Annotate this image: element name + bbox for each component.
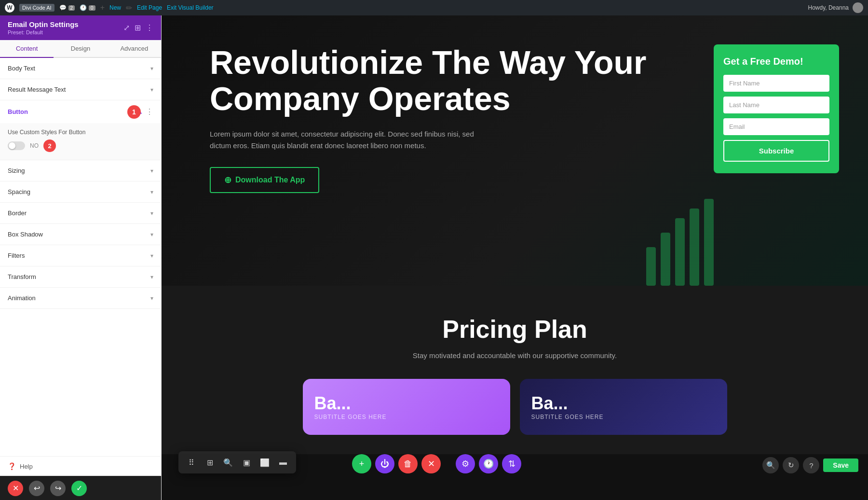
pricing-card-0[interactable]: Ba... SUBTITLE GOES HERE (303, 379, 510, 435)
help-icon: ❓ (8, 462, 16, 470)
sidebar-bottom-bar: ✕ ↩ ↪ ✓ (0, 476, 161, 500)
spacing-label: Spacing (8, 188, 30, 195)
hero-section: Revolutionize The Way Your Company Opera… (162, 15, 868, 286)
comments-item[interactable]: 💬 2 (59, 4, 75, 11)
svg-rect-1 (661, 233, 670, 286)
button-section-header[interactable]: Button 1 ▴ ⋮ (0, 100, 161, 123)
toolbar-grid[interactable]: ⊞ (202, 454, 218, 471)
section-filters[interactable]: Filters ▾ (0, 245, 161, 266)
sizing-label: Sizing (8, 167, 25, 174)
search-canvas-button[interactable]: 🔍 (762, 457, 779, 473)
section-spacing[interactable]: Spacing ▾ (0, 181, 161, 203)
close-button[interactable]: ✕ (8, 481, 23, 496)
help-label: Help (20, 463, 33, 470)
columns-icon[interactable]: ⊞ (135, 23, 141, 32)
tab-content[interactable]: Content (0, 40, 54, 58)
more-icon[interactable]: ⋮ (146, 23, 153, 32)
redo-button[interactable]: ↪ (50, 481, 66, 496)
section-border[interactable]: Border ▾ (0, 203, 161, 224)
revisions-item[interactable]: 🕐 0 (80, 4, 95, 11)
sidebar-tabs: Content Design Advanced (0, 40, 161, 58)
button-section-icons: 1 ▴ ⋮ (139, 107, 153, 116)
arrows-button-2[interactable]: ⇅ (502, 454, 521, 473)
sidebar-header-icons: ⤢ ⊞ ⋮ (123, 23, 153, 32)
history-icon: 🕐 (80, 4, 87, 11)
sidebar-header-text: Email Optin Settings Preset: Default (8, 20, 79, 35)
help-canvas-button[interactable]: ? (803, 457, 819, 473)
pricing-cards: Ba... SUBTITLE GOES HERE Ba... SUBTITLE … (200, 379, 829, 435)
top-bar-left: W Divi Code AI 💬 2 🕐 0 + New ✏ Edit Page… (5, 3, 214, 13)
toolbar-search[interactable]: 🔍 (220, 454, 236, 471)
custom-styles-toggle[interactable] (8, 141, 25, 150)
divi-logo: Divi Code AI (19, 4, 54, 12)
close-float-button[interactable]: ✕ (421, 454, 441, 473)
last-name-input[interactable] (723, 97, 829, 113)
download-app-button[interactable]: ⊕ Download The App (210, 167, 319, 193)
edit-page-link[interactable]: Edit Page (137, 4, 162, 11)
transform-label: Transform (8, 273, 36, 280)
pricing-title: Pricing Plan (200, 315, 829, 344)
hero-decoration (637, 189, 733, 286)
border-label: Border (8, 209, 27, 217)
sidebar: Email Optin Settings Preset: Default ⤢ ⊞… (0, 15, 162, 500)
filters-label: Filters (8, 252, 25, 259)
toggle-knob (9, 142, 15, 149)
box-shadow-chevron: ▾ (150, 231, 153, 238)
sidebar-title: Email Optin Settings (8, 20, 79, 28)
save-button[interactable]: Save (823, 458, 858, 472)
confirm-button[interactable]: ✓ (71, 481, 87, 496)
section-body-text[interactable]: Body Text ▾ (0, 58, 161, 79)
sidebar-header: Email Optin Settings Preset: Default ⤢ ⊞… (0, 15, 161, 40)
button-label: Button (8, 108, 28, 115)
power-button[interactable]: ⏻ (375, 454, 394, 473)
settings-button-2[interactable]: ⚙ (456, 454, 475, 473)
section-sizing[interactable]: Sizing ▾ (0, 160, 161, 181)
pricing-subtitle: Stay motivated and accountable with our … (200, 351, 829, 360)
exit-vb-link[interactable]: Exit Visual Builder (167, 4, 214, 11)
section-transform[interactable]: Transform ▾ (0, 266, 161, 288)
svg-rect-4 (704, 199, 714, 286)
add-module-button[interactable]: + (352, 454, 371, 473)
refresh-canvas-button[interactable]: ↻ (783, 457, 799, 473)
canvas: Revolutionize The Way Your Company Opera… (162, 15, 868, 500)
sidebar-preset[interactable]: Preset: Default (8, 29, 79, 35)
download-app-label: Download The App (235, 176, 305, 184)
section-box-shadow[interactable]: Box Shadow ▾ (0, 224, 161, 245)
history-button-2[interactable]: 🕐 (479, 454, 498, 473)
custom-styles-row: Use Custom Styles For Button NO 2 (0, 123, 161, 160)
tab-advanced[interactable]: Advanced (108, 40, 161, 58)
button-badge-2: 2 (43, 139, 56, 152)
sizing-chevron: ▾ (150, 167, 153, 174)
new-link[interactable]: New (109, 4, 121, 11)
help-row[interactable]: ❓ Help (0, 456, 161, 476)
undo-button[interactable]: ↩ (29, 481, 44, 496)
toolbar-drag[interactable]: ⠿ (183, 454, 200, 471)
wordpress-logo[interactable]: W (5, 3, 14, 13)
main-layout: Email Optin Settings Preset: Default ⤢ ⊞… (0, 15, 868, 500)
toolbar-copy[interactable]: ⬜ (257, 454, 273, 471)
subscribe-button[interactable]: Subscribe (723, 140, 829, 162)
section-result-message[interactable]: Result Message Text ▾ (0, 79, 161, 100)
top-bar-right: Howdy, Deanna (808, 2, 864, 13)
user-avatar[interactable] (853, 2, 863, 13)
fullscreen-icon[interactable]: ⤢ (123, 23, 130, 32)
transform-chevron: ▾ (150, 274, 153, 280)
tab-design[interactable]: Design (54, 40, 107, 58)
first-name-input[interactable] (723, 75, 829, 92)
box-shadow-label: Box Shadow (8, 231, 43, 238)
toolbar-preview[interactable]: ▣ (238, 454, 255, 471)
section-animation[interactable]: Animation ▾ (0, 288, 161, 309)
card-0-subtitle: SUBTITLE GOES HERE (314, 414, 499, 420)
toolbar-code[interactable]: ▬ (275, 454, 291, 471)
svg-rect-0 (646, 247, 656, 286)
hero-content: Revolutionize The Way Your Company Opera… (210, 40, 685, 193)
email-input[interactable] (723, 118, 829, 135)
download-icon: ⊕ (224, 175, 231, 185)
section-button: Button 1 ▴ ⋮ Use Custom Styles For Butto… (0, 100, 161, 160)
float-actions2: ⚙ 🕐 ⇅ (456, 454, 521, 473)
hero-body: Lorem ipsum dolor sit amet, consectetur … (210, 128, 489, 152)
button-dots[interactable]: ⋮ (146, 107, 153, 116)
delete-button[interactable]: 🗑 (398, 454, 418, 473)
border-chevron: ▾ (150, 210, 153, 217)
pricing-card-1[interactable]: Ba... SUBTITLE GOES HERE (520, 379, 727, 435)
